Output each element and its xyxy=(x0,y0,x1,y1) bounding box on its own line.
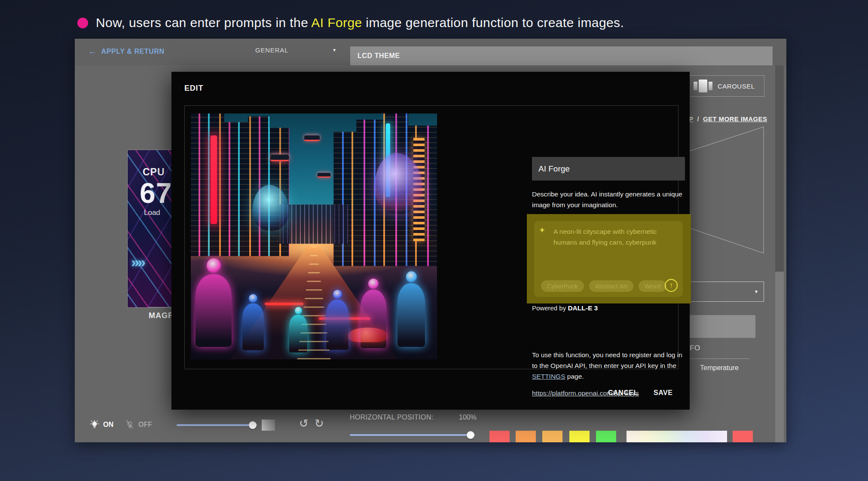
settings-link[interactable]: SETTINGS xyxy=(532,373,565,380)
preview-caption: MAGF xyxy=(149,311,173,320)
apply-return-button[interactable]: ← APPLY & RETURN xyxy=(88,46,165,56)
chevron-down-icon: ▼ xyxy=(754,289,758,294)
perspective-wireframe xyxy=(688,126,765,254)
dalle-brand: DALL-E 3 xyxy=(568,304,598,312)
api-note: To use this function, you need to regist… xyxy=(532,349,687,382)
light-trail xyxy=(265,303,303,305)
tag-abstract-art[interactable]: Abstract Art xyxy=(589,280,633,292)
scrollbar-thumb[interactable] xyxy=(775,65,784,272)
powered-by: Powered by DALL-E 3 xyxy=(532,304,598,312)
cpu-sub-label: Load xyxy=(144,208,160,217)
cyber-figure xyxy=(196,258,232,359)
sensor-dropdown[interactable]: ▼ xyxy=(686,282,764,302)
plus-icon: + xyxy=(540,225,544,235)
horizontal-position-label: HORIZONTAL POSITION: xyxy=(350,414,434,421)
bulb-on-icon xyxy=(89,420,100,430)
slider-track[interactable] xyxy=(177,424,257,426)
temperature-label: Temperature xyxy=(700,364,739,372)
tab-lcd-theme[interactable]: LCD THEME xyxy=(350,46,773,65)
top-bar: ← APPLY & RETURN GENERAL ▼ LCD THEME xyxy=(75,39,786,65)
up-arrow-icon: ↑ xyxy=(669,281,673,290)
side-panel-button[interactable] xyxy=(686,315,755,338)
neon-chevrons: »» xyxy=(131,254,144,270)
carousel-button[interactable]: CAROUSEL xyxy=(689,75,764,97)
category-dropdown[interactable]: GENERAL ▼ xyxy=(255,46,337,54)
color-swatch-gradient[interactable] xyxy=(627,431,727,442)
headline-highlight: AI Forge xyxy=(311,15,362,30)
cpu-label: CPU xyxy=(143,166,165,178)
rotate-ccw-button[interactable]: ↺ xyxy=(299,417,309,430)
color-swatch[interactable] xyxy=(596,431,616,442)
flying-car xyxy=(318,173,331,178)
prompt-text: A neon-lit cityscape with cybernetic hum… xyxy=(553,226,681,248)
light-on-toggle[interactable]: ON xyxy=(89,420,113,430)
get-more-images-link[interactable]: GET MORE IMAGES xyxy=(703,115,767,123)
cyber-figure xyxy=(397,271,425,359)
modal-title: EDIT xyxy=(184,84,203,93)
bullet-icon xyxy=(77,18,88,28)
prompt-input[interactable]: + A neon-lit cityscape with cybernetic h… xyxy=(534,221,683,297)
horizontal-position-slider[interactable] xyxy=(350,431,475,439)
ai-forge-description: Describe your idea. AI instantly generat… xyxy=(532,189,686,210)
cyber-figure xyxy=(242,294,264,359)
carousel-icon xyxy=(694,80,712,92)
skyline-distant xyxy=(279,205,348,244)
light-off-toggle[interactable]: OFF xyxy=(125,420,152,430)
chevron-down-icon: ▼ xyxy=(332,48,337,52)
brightness-slider[interactable] xyxy=(177,421,257,429)
cpu-value: 67 xyxy=(140,177,172,209)
color-swatch[interactable] xyxy=(516,431,536,442)
info-partial-label: FO xyxy=(690,344,700,352)
breadcrumb-separator: / xyxy=(697,115,699,123)
neon-sign xyxy=(211,135,217,224)
back-arrow-icon: ← xyxy=(88,46,97,56)
horizontal-position-value: 100% xyxy=(459,414,477,421)
cyber-figure xyxy=(289,307,307,359)
scrollbar[interactable] xyxy=(775,65,784,442)
generated-image xyxy=(191,113,437,359)
flying-car xyxy=(304,135,320,141)
rotate-cw-button[interactable]: ↻ xyxy=(315,417,324,430)
divider xyxy=(686,358,750,359)
slider-knob[interactable] xyxy=(467,431,474,439)
brightness-preview xyxy=(262,420,275,431)
bulb-off-icon xyxy=(125,420,135,430)
save-button[interactable]: SAVE xyxy=(654,389,672,397)
tag-cyberpunk[interactable]: CyberPunk xyxy=(541,280,584,292)
color-swatch[interactable] xyxy=(489,431,510,442)
slider-knob[interactable] xyxy=(249,421,257,429)
color-swatch[interactable] xyxy=(733,431,753,442)
cancel-button[interactable]: CANCEL xyxy=(608,389,638,397)
slider-track[interactable] xyxy=(350,434,475,436)
style-tags: CyberPunk Abstract Art Weird xyxy=(541,280,666,292)
breadcrumb: P / GET MORE IMAGES xyxy=(689,115,767,123)
modal-content-box: AI Forge Describe your idea. AI instantl… xyxy=(184,105,679,369)
headline-text: Now, users can enter prompts in the AI F… xyxy=(96,15,624,30)
edit-modal: EDIT AI Forge xyxy=(171,72,690,410)
cyber-figure xyxy=(361,279,386,359)
prompt-highlight-area: + A neon-lit cityscape with cybernetic h… xyxy=(527,214,691,303)
color-swatch[interactable] xyxy=(569,431,590,442)
color-swatch[interactable] xyxy=(542,431,562,442)
cyber-figure xyxy=(326,290,348,359)
tag-weird[interactable]: Weird xyxy=(639,280,667,292)
headline: Now, users can enter prompts in the AI F… xyxy=(77,15,624,30)
ai-forge-header: AI Forge xyxy=(532,157,685,181)
neon-buildings-left xyxy=(191,113,289,256)
submit-prompt-button[interactable]: ↑ xyxy=(665,279,678,292)
flying-car xyxy=(270,155,289,162)
